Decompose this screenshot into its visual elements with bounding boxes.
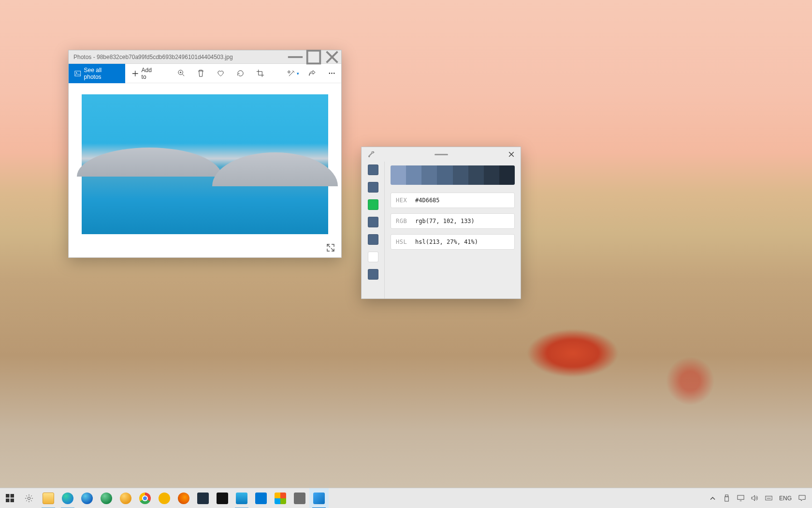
maximize-button[interactable] [304, 50, 323, 64]
camera-button[interactable] [290, 488, 309, 508]
svg-rect-10 [10, 499, 14, 502]
store-button[interactable] [271, 488, 290, 508]
history-swatch[interactable] [368, 252, 378, 262]
svg-rect-14 [738, 495, 744, 499]
photos-titlebar[interactable]: Photos - 98be832ceb70a99fd5cdb693b249610… [69, 50, 341, 64]
rgb-row[interactable]: RGB rgb(77, 102, 133) [391, 213, 515, 229]
taskbar: ENG [0, 488, 812, 508]
see-all-photos-label: See all photos [84, 67, 120, 80]
hex-value: #4D6685 [415, 197, 440, 204]
mail-button[interactable] [251, 488, 271, 508]
tray-language[interactable]: ENG [776, 488, 795, 508]
more-icon [328, 69, 336, 77]
fullscreen-button[interactable] [326, 243, 336, 254]
delete-button[interactable] [191, 64, 210, 83]
rgb-label: RGB [391, 218, 415, 224]
photos-window-title: Photos - 98be832ceb70a99fd5cdb693b249610… [69, 54, 286, 60]
rotate-icon [236, 69, 245, 77]
heart-icon [217, 69, 225, 77]
windows-icon [6, 494, 14, 502]
system-tray: ENG [706, 488, 812, 508]
svg-rect-1 [75, 71, 81, 75]
chevron-down-icon: ▾ [297, 71, 299, 76]
add-to-label: Add to [142, 67, 158, 80]
color-history [362, 162, 385, 299]
tray-volume-icon[interactable] [748, 488, 762, 508]
svg-point-5 [331, 73, 332, 74]
hex-row[interactable]: HEX #4D6685 [391, 193, 515, 208]
trash-icon [197, 69, 205, 77]
photos-window: Photos - 98be832ceb70a99fd5cdb693b249610… [68, 50, 342, 258]
photos-taskbar-button[interactable] [232, 488, 251, 508]
svg-point-4 [329, 73, 330, 74]
cmd-button[interactable] [213, 488, 232, 508]
shade-gradient[interactable] [391, 165, 515, 185]
settings-button[interactable] [19, 488, 39, 508]
edge-canary-button[interactable] [116, 488, 135, 508]
color-picker-titlebar[interactable] [362, 147, 521, 162]
close-icon [508, 151, 514, 157]
add-to-button[interactable]: Add to [126, 64, 163, 83]
zoom-button[interactable] [172, 64, 191, 83]
history-swatch[interactable] [368, 217, 378, 227]
svg-rect-7 [6, 494, 9, 497]
svg-rect-12 [725, 495, 728, 497]
color-picker-taskbar-button[interactable] [309, 488, 329, 508]
svg-point-6 [334, 73, 334, 74]
tray-network-icon[interactable] [734, 488, 748, 508]
share-icon [308, 69, 316, 77]
gallery-icon [74, 70, 81, 77]
history-swatch[interactable] [368, 269, 378, 280]
tray-usb-icon[interactable] [720, 488, 734, 508]
crop-button[interactable] [251, 64, 270, 83]
svg-rect-8 [10, 494, 14, 497]
start-button[interactable] [0, 488, 19, 508]
more-button[interactable] [322, 64, 341, 83]
minimize-button[interactable] [286, 50, 304, 64]
action-center-button[interactable] [795, 488, 809, 508]
rgb-value: rgb(77, 102, 133) [415, 218, 475, 224]
history-swatch[interactable] [368, 199, 378, 210]
powershell-button[interactable] [193, 488, 213, 508]
svg-rect-13 [725, 497, 729, 501]
history-swatch[interactable] [368, 164, 378, 175]
hex-label: HEX [391, 197, 415, 204]
history-swatch[interactable] [368, 234, 378, 245]
chrome-canary-button[interactable] [155, 488, 174, 508]
svg-point-2 [76, 72, 77, 73]
magic-icon [288, 69, 296, 77]
svg-rect-15 [766, 496, 772, 500]
see-all-photos-button[interactable]: See all photos [69, 64, 125, 83]
hsl-label: HSL [391, 239, 415, 245]
svg-rect-9 [6, 499, 9, 502]
gear-icon [25, 494, 33, 503]
share-button[interactable] [303, 64, 322, 83]
close-button[interactable] [323, 50, 341, 64]
eyedropper-button[interactable] [362, 147, 380, 162]
crop-icon [256, 69, 264, 77]
expand-icon [326, 243, 335, 253]
tray-overflow-button[interactable] [706, 488, 720, 508]
photo-viewport[interactable] [82, 94, 328, 234]
favorite-button[interactable] [211, 64, 230, 83]
hsl-row[interactable]: HSL hsl(213, 27%, 41%) [391, 234, 515, 250]
zoom-icon [177, 69, 186, 77]
edge-beta-button[interactable] [77, 488, 97, 508]
firefox-button[interactable] [174, 488, 193, 508]
color-picker-window: HEX #4D6685 RGB rgb(77, 102, 133) HSL hs… [361, 147, 521, 299]
chrome-button[interactable] [135, 488, 155, 508]
eyedropper-icon [367, 151, 375, 158]
history-swatch[interactable] [368, 182, 378, 193]
edit-menu-button[interactable]: ▾ [285, 64, 302, 83]
drag-handle[interactable] [380, 154, 502, 155]
edge-dev-button[interactable] [97, 488, 116, 508]
tray-keyboard-icon[interactable] [762, 488, 776, 508]
rotate-button[interactable] [231, 64, 250, 83]
edge-button[interactable] [58, 488, 77, 508]
plus-icon [132, 70, 139, 77]
svg-point-11 [28, 497, 30, 499]
hsl-value: hsl(213, 27%, 41%) [415, 239, 478, 245]
photos-toolbar: See all photos Add to ▾ [69, 64, 341, 83]
file-explorer-button[interactable] [39, 488, 58, 508]
picker-close-button[interactable] [502, 147, 521, 162]
